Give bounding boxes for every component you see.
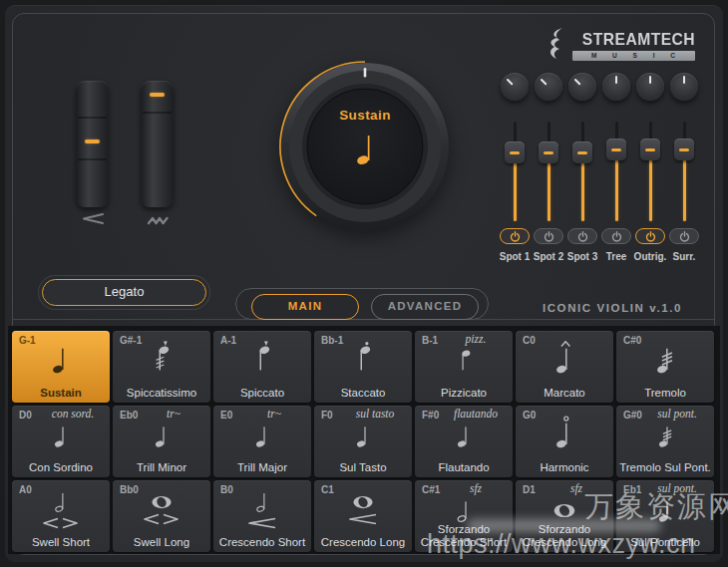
volume-fader-handle[interactable] <box>640 139 660 160</box>
articulation-cell-swell-short[interactable]: A0Swell Short <box>12 480 110 552</box>
trigger-key-label: C#1 <box>422 484 440 495</box>
articulation-cell-staccato[interactable]: Bb-1Staccato <box>314 331 412 403</box>
articulation-cell-trill-major[interactable]: E0tr~Trill Major <box>213 406 311 477</box>
fader-track-fill <box>615 158 618 221</box>
channel-power-button[interactable] <box>567 228 597 244</box>
knob-pointer <box>506 78 513 85</box>
channel-power-button[interactable] <box>601 228 631 244</box>
fader-track-fill <box>514 161 517 221</box>
half-up-icon <box>12 487 110 533</box>
articulation-cell-tremolo-sul-pont-[interactable]: G#0sul pont.Tremolo Sul Pont. <box>616 406 714 477</box>
whole-icon <box>314 487 412 529</box>
tremolo-icon <box>616 341 714 375</box>
volume-fader-handle[interactable] <box>606 139 626 160</box>
knob-pointer <box>683 76 685 84</box>
fader-handle-mark <box>577 151 587 154</box>
articulation-name: Tremolo <box>618 387 712 399</box>
notation-label: sfz <box>544 482 609 494</box>
tremolo-icon <box>616 421 714 448</box>
legato-button[interactable]: Legato <box>42 279 206 306</box>
volume-fader-handle[interactable] <box>505 142 525 163</box>
mic-level-knob[interactable] <box>670 73 698 101</box>
articulation-cell-marcato[interactable]: C0Marcato <box>516 331 613 403</box>
articulation-cell-sul-tasto[interactable]: F0sul tastoSul Tasto <box>314 406 412 477</box>
knob-pointer <box>573 78 580 85</box>
wheel-groove <box>143 112 172 114</box>
notation-label: sul pont. <box>644 408 710 420</box>
notation-label: con sord. <box>40 408 106 420</box>
fader-track-fill <box>649 158 652 221</box>
trigger-key-label: D0 <box>19 410 32 421</box>
articulation-cell-swell-long[interactable]: Bb0Swell Long <box>113 480 210 552</box>
crescendo-hairpin-icon <box>81 211 105 229</box>
dynamics-wheel[interactable] <box>76 81 109 207</box>
half-up-icon <box>213 487 311 533</box>
articulation-cell-tremolo[interactable]: C#0Tremolo <box>616 331 714 403</box>
fader-track-fill <box>547 161 550 221</box>
tab-main[interactable]: MAIN <box>251 294 359 320</box>
quarter-up-icon <box>113 421 210 448</box>
articulation-cell-crescendo-long[interactable]: C1Crescendo Long <box>314 480 412 552</box>
articulation-cell-spiccato[interactable]: A-1Spiccato <box>213 331 311 403</box>
mixer-channel-outrig-: Outrig. <box>633 73 667 264</box>
articulation-name: Trill Minor <box>115 461 208 473</box>
quarter-note-icon <box>350 127 383 170</box>
harmonic-icon <box>516 416 613 449</box>
quarter-up-icon <box>314 421 412 448</box>
articulation-cell-sul-ponticello[interactable]: Eb1sul pont.Sul Ponticello <box>616 480 714 552</box>
articulation-name: Staccato <box>316 387 410 399</box>
channel-power-button[interactable] <box>500 228 530 244</box>
articulation-cell-trill-minor[interactable]: Eb0tr~Trill Minor <box>113 406 210 477</box>
articulation-cell-harmonic[interactable]: G0Harmonic <box>516 406 613 477</box>
whole-icon <box>113 487 210 529</box>
tab-advanced[interactable]: ADVANCED <box>371 294 479 320</box>
channel-label: Surr. <box>663 251 705 262</box>
articulation-knob[interactable]: Sustain <box>265 47 465 246</box>
volume-fader-handle[interactable] <box>674 139 694 160</box>
vibrato-wheel[interactable] <box>141 81 174 207</box>
volume-fader-handle[interactable] <box>572 142 592 163</box>
mic-level-knob[interactable] <box>535 73 562 101</box>
articulation-cell-sforzando-crescendo-long[interactable]: D1sfzSforzando Crescendo Long <box>516 480 613 552</box>
channel-power-button[interactable] <box>669 228 699 244</box>
channel-power-button[interactable] <box>534 228 563 244</box>
notation-label: sul tasto <box>342 408 408 420</box>
logo-flame-icon <box>547 27 565 64</box>
articulation-cell-crescendo-short[interactable]: B0Crescendo Short <box>213 480 311 552</box>
plugin-window: Sustain STREAMTECH M U S I C Spot 1Spot … <box>0 0 728 567</box>
articulation-name: Pizzicato <box>417 387 511 399</box>
fader-track-fill <box>581 161 584 221</box>
articulation-name: Sul Ponticello <box>618 536 712 548</box>
product-title: ICONIC VIOLIN v.1.0 <box>543 302 682 314</box>
articulation-name: Flautando <box>417 461 511 473</box>
articulation-cell-con-sordino[interactable]: D0con sord.Con Sordino <box>12 406 110 477</box>
articulation-cell-pizzicato[interactable]: B-1pizz.Pizzicato <box>415 331 513 403</box>
notation-label: sul pont. <box>644 482 710 494</box>
channel-power-button[interactable] <box>635 228 665 244</box>
knob-pointer <box>615 76 617 84</box>
mic-level-knob[interactable] <box>602 73 630 101</box>
mixer-channel-tree: Tree <box>599 73 633 264</box>
notation-label: tr~ <box>141 408 206 420</box>
articulation-name: Trill Major <box>215 461 309 473</box>
articulation-cell-flautando[interactable]: F#0flautandoFlautando <box>415 406 513 477</box>
mic-level-knob[interactable] <box>636 73 664 101</box>
wheel-groove <box>78 117 107 119</box>
articulation-name: Spiccato <box>215 387 309 399</box>
volume-fader-handle[interactable] <box>539 142 558 163</box>
articulation-cell-sustain[interactable]: G-1Sustain <box>12 331 110 403</box>
knob-pointer <box>649 76 651 84</box>
articulation-name: Marcato <box>518 387 611 399</box>
articulation-cell-spiccatissimo[interactable]: G#-1Spiccatissimo <box>113 331 210 403</box>
articulation-name: Swell Long <box>115 536 208 548</box>
articulation-name: Swell Short <box>14 536 108 548</box>
quarter-down-icon <box>415 346 513 374</box>
articulation-cell-sforzando-crescendo-short[interactable]: C#1sfzSforzando Crescendo Short <box>415 480 513 552</box>
mic-level-knob[interactable] <box>501 73 529 101</box>
trigger-key-label: Eb0 <box>120 410 138 421</box>
quarter-up-icon <box>213 421 311 448</box>
mic-level-knob[interactable] <box>568 73 596 101</box>
brand-division: M U S I C <box>572 51 695 61</box>
mixer-channel-surr-: Surr. <box>667 73 701 264</box>
notation-label: flautando <box>443 408 509 420</box>
